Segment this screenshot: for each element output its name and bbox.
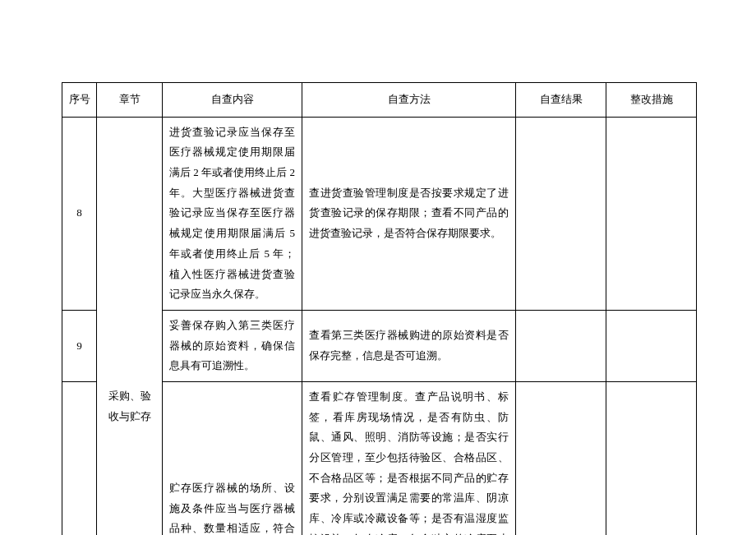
cell-result [516,117,606,310]
cell-fix [606,381,697,535]
cell-method: 查看贮存管理制度。查产品说明书、标签，看库房现场情况，是否有防虫、防鼠、通风、照… [302,381,516,535]
cell-num: 8 [62,117,97,310]
table-header-row: 序号 章节 自查内容 自查方法 自查结果 整改措施 [62,83,697,118]
cell-result [516,381,606,535]
cell-content: 贮存医疗器械的场所、设施及条件应当与医疗器械品种、数量相适应，符合产品说明书、标… [163,381,302,535]
cell-content: 妥善保存购入第三类医疗器械的原始资料，确保信息具有可追溯性。 [163,310,302,381]
inspection-table: 序号 章节 自查内容 自查方法 自查结果 整改措施 8 采购、验收与贮存 进货查… [62,82,697,535]
cell-fix [606,310,697,381]
header-content: 自查内容 [163,83,302,118]
cell-result [516,310,606,381]
cell-num: 9 [62,310,97,381]
cell-chapter: 采购、验收与贮存 [97,117,163,535]
table-row: 8 采购、验收与贮存 进货查验记录应当保存至医疗器械规定使用期限届满后 2 年或… [62,117,697,310]
header-fix: 整改措施 [606,83,697,118]
cell-method: 查进货查验管理制度是否按要求规定了进货查验记录的保存期限；查看不同产品的进货查验… [302,117,516,310]
header-num: 序号 [62,83,97,118]
cell-content: 进货查验记录应当保存至医疗器械规定使用期限届满后 2 年或者使用终止后 2 年。… [163,117,302,310]
header-result: 自查结果 [516,83,606,118]
cell-fix [606,117,697,310]
header-method: 自查方法 [302,83,516,118]
cell-method: 查看第三类医疗器械购进的原始资料是否保存完整，信息是否可追溯。 [302,310,516,381]
cell-num: 10 [62,381,97,535]
header-chapter: 章节 [97,83,163,118]
